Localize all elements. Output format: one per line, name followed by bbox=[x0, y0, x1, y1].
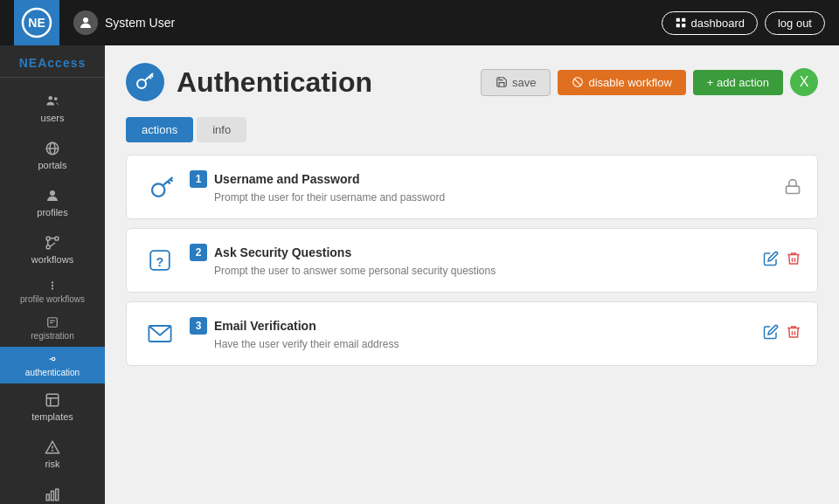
tabs: actions info bbox=[126, 117, 818, 142]
workflow-step-1: 1 Username and Password Prompt the user … bbox=[126, 155, 818, 219]
step3-title-row: 3 Email Verification bbox=[190, 317, 751, 335]
authentication-sub-icon bbox=[46, 353, 59, 365]
save-label: save bbox=[512, 76, 536, 89]
svg-point-19 bbox=[52, 285, 52, 286]
svg-point-12 bbox=[50, 190, 55, 196]
svg-rect-13 bbox=[46, 237, 50, 240]
user-label: System User bbox=[105, 16, 175, 30]
svg-point-20 bbox=[52, 282, 52, 283]
disable-workflow-button[interactable]: disable workflow bbox=[558, 70, 685, 95]
sidebar-label-portals: portals bbox=[38, 160, 66, 170]
step1-desc: Prompt the user for their username and p… bbox=[214, 191, 772, 204]
topbar: NE System User dashboard log out bbox=[0, 0, 839, 45]
shield-step-icon: ? bbox=[144, 245, 176, 276]
workflow-steps-container: 1 Username and Password Prompt the user … bbox=[126, 155, 818, 366]
edit-icon-3 bbox=[763, 324, 779, 340]
delete-icon-3 bbox=[786, 324, 801, 340]
save-icon bbox=[496, 76, 508, 88]
svg-rect-14 bbox=[55, 237, 59, 240]
content-area: Authentication save disable workflow + a… bbox=[105, 45, 839, 504]
workflow-step-3: 3 Email Verification Have the user verif… bbox=[126, 301, 818, 366]
svg-point-7 bbox=[49, 96, 53, 100]
sidebar-item-authentication-sub[interactable]: authentication bbox=[0, 347, 105, 383]
logout-button[interactable]: log out bbox=[765, 11, 825, 35]
svg-rect-27 bbox=[46, 394, 59, 406]
step2-num: 2 bbox=[190, 244, 207, 261]
step1-num: 1 bbox=[190, 170, 207, 188]
sidebar-item-risk[interactable]: risk bbox=[0, 431, 105, 478]
step2-delete-button[interactable] bbox=[786, 251, 801, 271]
brand-ne: NE bbox=[19, 56, 38, 70]
key-step-icon bbox=[144, 171, 176, 203]
svg-line-47 bbox=[170, 179, 173, 182]
step3-actions bbox=[763, 324, 801, 344]
close-label: X bbox=[800, 74, 809, 90]
tab-info[interactable]: info bbox=[197, 117, 246, 142]
save-button[interactable]: save bbox=[481, 69, 551, 96]
sidebar-label-workflows: workflows bbox=[31, 254, 73, 265]
sidebar: NEAccess users portals profiles workflow… bbox=[0, 45, 105, 504]
svg-line-48 bbox=[168, 182, 170, 184]
svg-text:?: ? bbox=[156, 255, 164, 269]
sidebar-label-risk: risk bbox=[45, 459, 59, 469]
step3-icon bbox=[142, 316, 177, 351]
sidebar-label-authentication-sub: authentication bbox=[25, 368, 80, 377]
templates-icon bbox=[45, 392, 60, 408]
step3-edit-button[interactable] bbox=[763, 324, 779, 344]
sidebar-item-reporting[interactable]: reporting bbox=[0, 478, 105, 504]
sidebar-item-users[interactable]: users bbox=[0, 85, 105, 132]
sidebar-label-templates: templates bbox=[31, 411, 73, 422]
step2-content: 2 Ask Security Questions Prompt the user… bbox=[190, 244, 751, 277]
sidebar-label-registration: registration bbox=[31, 331, 73, 341]
sidebar-item-registration[interactable]: registration bbox=[0, 310, 105, 347]
svg-rect-34 bbox=[56, 489, 59, 501]
sidebar-item-profile-workflows[interactable]: profile workflows bbox=[0, 273, 105, 310]
tab-actions-label: actions bbox=[142, 123, 177, 136]
topbar-actions: dashboard log out bbox=[662, 11, 826, 35]
page-header: Authentication save disable workflow + a… bbox=[126, 63, 818, 101]
svg-line-42 bbox=[149, 77, 151, 79]
svg-rect-32 bbox=[46, 494, 49, 501]
topbar-user: System User bbox=[73, 10, 175, 35]
step2-desc: Prompt the user to answer some personal … bbox=[214, 265, 751, 277]
page-title-area: Authentication bbox=[126, 63, 372, 101]
svg-rect-5 bbox=[676, 24, 679, 27]
sidebar-item-templates[interactable]: templates bbox=[0, 383, 105, 431]
sidebar-item-workflows[interactable]: workflows bbox=[0, 226, 105, 273]
svg-rect-4 bbox=[682, 18, 685, 22]
sidebar-item-profiles[interactable]: profiles bbox=[0, 179, 105, 226]
app-logo: NE bbox=[14, 0, 59, 45]
step3-num: 3 bbox=[190, 317, 207, 335]
tab-info-label: info bbox=[212, 123, 231, 136]
email-step-icon bbox=[144, 318, 176, 349]
svg-rect-6 bbox=[682, 24, 685, 27]
dashboard-button[interactable]: dashboard bbox=[662, 11, 758, 35]
svg-point-8 bbox=[54, 97, 58, 100]
svg-rect-49 bbox=[787, 186, 800, 193]
step2-title: Ask Security Questions bbox=[214, 245, 351, 259]
page-title-icon bbox=[126, 63, 164, 101]
close-button[interactable]: X bbox=[790, 68, 818, 96]
svg-point-2 bbox=[83, 17, 88, 23]
step1-icon bbox=[142, 169, 177, 204]
svg-rect-33 bbox=[52, 491, 54, 501]
svg-text:NE: NE bbox=[28, 16, 45, 30]
svg-point-21 bbox=[52, 288, 52, 289]
step2-edit-button[interactable] bbox=[763, 251, 779, 271]
profile-workflows-icon bbox=[46, 280, 59, 292]
step3-delete-button[interactable] bbox=[786, 324, 801, 344]
disable-label: disable workflow bbox=[588, 76, 671, 89]
workflow-step-2: ? 2 Ask Security Questions Prompt the us… bbox=[126, 228, 818, 293]
add-action-button[interactable]: + add action bbox=[693, 70, 783, 95]
sidebar-item-portals[interactable]: portals bbox=[0, 132, 105, 179]
sidebar-nav: users portals profiles workflows profile… bbox=[0, 78, 105, 504]
key-icon bbox=[135, 72, 156, 93]
svg-point-31 bbox=[52, 450, 53, 451]
step1-title: Username and Password bbox=[214, 172, 360, 186]
sidebar-label-profiles: profiles bbox=[37, 207, 67, 217]
svg-rect-15 bbox=[46, 245, 50, 249]
registration-icon bbox=[46, 316, 59, 328]
portals-icon bbox=[45, 141, 60, 156]
dashboard-icon bbox=[675, 17, 687, 29]
tab-actions[interactable]: actions bbox=[126, 117, 193, 142]
